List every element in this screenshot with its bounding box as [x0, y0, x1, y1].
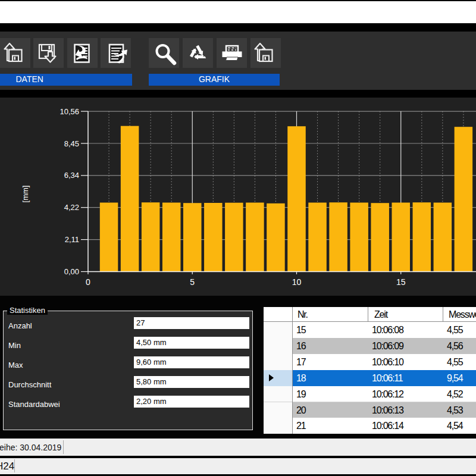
svg-text:4,22: 4,22: [64, 203, 79, 212]
svg-text:8,45: 8,45: [64, 139, 79, 148]
svg-text:15: 15: [396, 277, 406, 287]
svg-text:5: 5: [190, 277, 195, 287]
svg-text:6,34: 6,34: [64, 171, 79, 180]
svg-text:0,00: 0,00: [64, 267, 79, 276]
svg-text:10: 10: [292, 277, 302, 287]
svg-text:2,11: 2,11: [65, 235, 79, 244]
svg-text:0: 0: [86, 277, 90, 287]
svg-text:10,56: 10,56: [60, 107, 79, 116]
svg-text:[mm]: [mm]: [21, 186, 30, 203]
